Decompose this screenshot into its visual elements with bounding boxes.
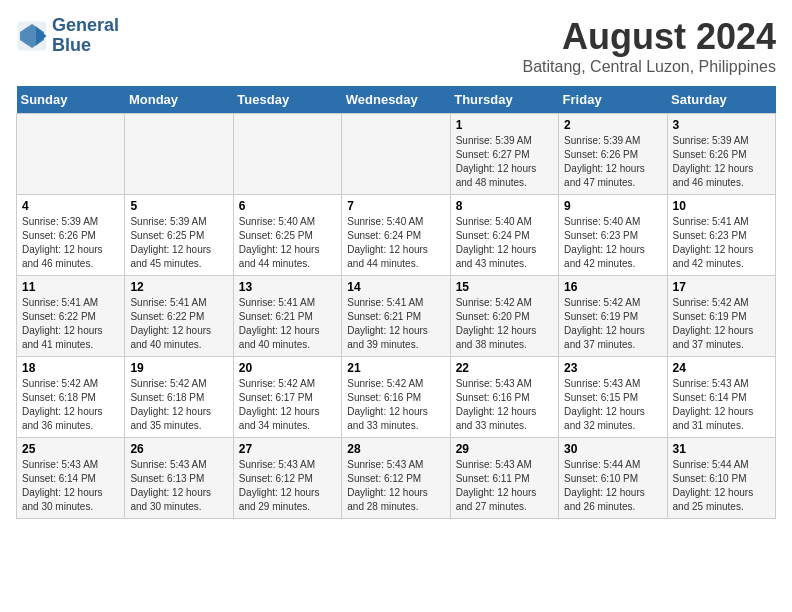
calendar-week-row: 25Sunrise: 5:43 AM Sunset: 6:14 PM Dayli… <box>17 438 776 519</box>
day-info: Sunrise: 5:43 AM Sunset: 6:15 PM Dayligh… <box>564 378 645 431</box>
logo-text: General Blue <box>52 16 119 56</box>
day-info: Sunrise: 5:42 AM Sunset: 6:19 PM Dayligh… <box>564 297 645 350</box>
calendar-cell: 1Sunrise: 5:39 AM Sunset: 6:27 PM Daylig… <box>450 114 558 195</box>
calendar-cell: 19Sunrise: 5:42 AM Sunset: 6:18 PM Dayli… <box>125 357 233 438</box>
day-number: 28 <box>347 442 444 456</box>
day-number: 11 <box>22 280 119 294</box>
calendar-cell: 15Sunrise: 5:42 AM Sunset: 6:20 PM Dayli… <box>450 276 558 357</box>
day-info: Sunrise: 5:39 AM Sunset: 6:26 PM Dayligh… <box>22 216 103 269</box>
day-number: 18 <box>22 361 119 375</box>
header-cell-saturday: Saturday <box>667 86 775 114</box>
day-info: Sunrise: 5:43 AM Sunset: 6:13 PM Dayligh… <box>130 459 211 512</box>
calendar-cell <box>233 114 341 195</box>
calendar-cell: 22Sunrise: 5:43 AM Sunset: 6:16 PM Dayli… <box>450 357 558 438</box>
day-info: Sunrise: 5:42 AM Sunset: 6:19 PM Dayligh… <box>673 297 754 350</box>
calendar-cell: 31Sunrise: 5:44 AM Sunset: 6:10 PM Dayli… <box>667 438 775 519</box>
calendar-cell: 16Sunrise: 5:42 AM Sunset: 6:19 PM Dayli… <box>559 276 667 357</box>
day-info: Sunrise: 5:41 AM Sunset: 6:23 PM Dayligh… <box>673 216 754 269</box>
day-number: 14 <box>347 280 444 294</box>
day-number: 20 <box>239 361 336 375</box>
day-number: 26 <box>130 442 227 456</box>
calendar-cell <box>342 114 450 195</box>
calendar-cell: 26Sunrise: 5:43 AM Sunset: 6:13 PM Dayli… <box>125 438 233 519</box>
calendar-cell: 6Sunrise: 5:40 AM Sunset: 6:25 PM Daylig… <box>233 195 341 276</box>
logo-line1: General <box>52 16 119 36</box>
calendar-week-row: 18Sunrise: 5:42 AM Sunset: 6:18 PM Dayli… <box>17 357 776 438</box>
day-info: Sunrise: 5:43 AM Sunset: 6:11 PM Dayligh… <box>456 459 537 512</box>
day-number: 13 <box>239 280 336 294</box>
day-info: Sunrise: 5:42 AM Sunset: 6:18 PM Dayligh… <box>130 378 211 431</box>
calendar-cell: 12Sunrise: 5:41 AM Sunset: 6:22 PM Dayli… <box>125 276 233 357</box>
calendar-header-row: SundayMondayTuesdayWednesdayThursdayFrid… <box>17 86 776 114</box>
day-number: 12 <box>130 280 227 294</box>
calendar-cell: 10Sunrise: 5:41 AM Sunset: 6:23 PM Dayli… <box>667 195 775 276</box>
day-number: 21 <box>347 361 444 375</box>
logo-icon <box>16 20 48 52</box>
day-number: 16 <box>564 280 661 294</box>
subtitle: Batitang, Central Luzon, Philippines <box>523 58 777 76</box>
calendar-cell: 8Sunrise: 5:40 AM Sunset: 6:24 PM Daylig… <box>450 195 558 276</box>
header: General Blue August 2024 Batitang, Centr… <box>16 16 776 76</box>
day-info: Sunrise: 5:40 AM Sunset: 6:24 PM Dayligh… <box>347 216 428 269</box>
header-cell-monday: Monday <box>125 86 233 114</box>
calendar-cell: 4Sunrise: 5:39 AM Sunset: 6:26 PM Daylig… <box>17 195 125 276</box>
day-info: Sunrise: 5:39 AM Sunset: 6:26 PM Dayligh… <box>564 135 645 188</box>
calendar-week-row: 4Sunrise: 5:39 AM Sunset: 6:26 PM Daylig… <box>17 195 776 276</box>
day-number: 19 <box>130 361 227 375</box>
day-info: Sunrise: 5:40 AM Sunset: 6:24 PM Dayligh… <box>456 216 537 269</box>
day-number: 2 <box>564 118 661 132</box>
day-info: Sunrise: 5:39 AM Sunset: 6:25 PM Dayligh… <box>130 216 211 269</box>
calendar-cell: 28Sunrise: 5:43 AM Sunset: 6:12 PM Dayli… <box>342 438 450 519</box>
calendar-cell: 2Sunrise: 5:39 AM Sunset: 6:26 PM Daylig… <box>559 114 667 195</box>
day-number: 3 <box>673 118 770 132</box>
day-info: Sunrise: 5:43 AM Sunset: 6:12 PM Dayligh… <box>347 459 428 512</box>
day-number: 24 <box>673 361 770 375</box>
day-info: Sunrise: 5:43 AM Sunset: 6:12 PM Dayligh… <box>239 459 320 512</box>
day-number: 4 <box>22 199 119 213</box>
day-info: Sunrise: 5:42 AM Sunset: 6:20 PM Dayligh… <box>456 297 537 350</box>
day-info: Sunrise: 5:44 AM Sunset: 6:10 PM Dayligh… <box>564 459 645 512</box>
calendar-cell: 11Sunrise: 5:41 AM Sunset: 6:22 PM Dayli… <box>17 276 125 357</box>
title-area: August 2024 Batitang, Central Luzon, Phi… <box>523 16 777 76</box>
day-number: 5 <box>130 199 227 213</box>
header-cell-friday: Friday <box>559 86 667 114</box>
calendar-cell: 7Sunrise: 5:40 AM Sunset: 6:24 PM Daylig… <box>342 195 450 276</box>
day-info: Sunrise: 5:43 AM Sunset: 6:14 PM Dayligh… <box>22 459 103 512</box>
calendar-cell: 3Sunrise: 5:39 AM Sunset: 6:26 PM Daylig… <box>667 114 775 195</box>
day-info: Sunrise: 5:43 AM Sunset: 6:16 PM Dayligh… <box>456 378 537 431</box>
day-info: Sunrise: 5:39 AM Sunset: 6:27 PM Dayligh… <box>456 135 537 188</box>
calendar-cell: 29Sunrise: 5:43 AM Sunset: 6:11 PM Dayli… <box>450 438 558 519</box>
main-title: August 2024 <box>523 16 777 58</box>
header-cell-tuesday: Tuesday <box>233 86 341 114</box>
calendar-cell <box>17 114 125 195</box>
day-number: 15 <box>456 280 553 294</box>
day-info: Sunrise: 5:40 AM Sunset: 6:25 PM Dayligh… <box>239 216 320 269</box>
day-number: 25 <box>22 442 119 456</box>
day-info: Sunrise: 5:41 AM Sunset: 6:22 PM Dayligh… <box>22 297 103 350</box>
calendar-cell: 9Sunrise: 5:40 AM Sunset: 6:23 PM Daylig… <box>559 195 667 276</box>
day-info: Sunrise: 5:43 AM Sunset: 6:14 PM Dayligh… <box>673 378 754 431</box>
day-number: 8 <box>456 199 553 213</box>
day-number: 9 <box>564 199 661 213</box>
day-number: 10 <box>673 199 770 213</box>
day-number: 6 <box>239 199 336 213</box>
day-number: 1 <box>456 118 553 132</box>
calendar-cell: 14Sunrise: 5:41 AM Sunset: 6:21 PM Dayli… <box>342 276 450 357</box>
calendar-cell: 21Sunrise: 5:42 AM Sunset: 6:16 PM Dayli… <box>342 357 450 438</box>
day-number: 27 <box>239 442 336 456</box>
day-number: 30 <box>564 442 661 456</box>
calendar-week-row: 1Sunrise: 5:39 AM Sunset: 6:27 PM Daylig… <box>17 114 776 195</box>
calendar-cell: 30Sunrise: 5:44 AM Sunset: 6:10 PM Dayli… <box>559 438 667 519</box>
day-info: Sunrise: 5:41 AM Sunset: 6:21 PM Dayligh… <box>239 297 320 350</box>
day-info: Sunrise: 5:39 AM Sunset: 6:26 PM Dayligh… <box>673 135 754 188</box>
day-info: Sunrise: 5:40 AM Sunset: 6:23 PM Dayligh… <box>564 216 645 269</box>
calendar-cell: 23Sunrise: 5:43 AM Sunset: 6:15 PM Dayli… <box>559 357 667 438</box>
calendar-cell <box>125 114 233 195</box>
day-number: 7 <box>347 199 444 213</box>
calendar-cell: 24Sunrise: 5:43 AM Sunset: 6:14 PM Dayli… <box>667 357 775 438</box>
calendar-week-row: 11Sunrise: 5:41 AM Sunset: 6:22 PM Dayli… <box>17 276 776 357</box>
calendar-table: SundayMondayTuesdayWednesdayThursdayFrid… <box>16 86 776 519</box>
day-info: Sunrise: 5:44 AM Sunset: 6:10 PM Dayligh… <box>673 459 754 512</box>
calendar-cell: 17Sunrise: 5:42 AM Sunset: 6:19 PM Dayli… <box>667 276 775 357</box>
calendar-cell: 13Sunrise: 5:41 AM Sunset: 6:21 PM Dayli… <box>233 276 341 357</box>
